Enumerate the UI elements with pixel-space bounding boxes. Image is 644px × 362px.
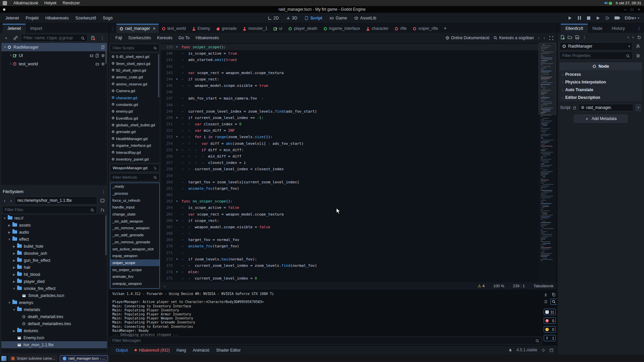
fs-item-gun-fire-effect[interactable]: ▶gun_fire_effect (1, 257, 107, 264)
fold-margin-icon[interactable]: ‹ (164, 284, 165, 289)
load-resource-icon[interactable] (568, 35, 572, 40)
volume-icon[interactable] (604, 1, 608, 6)
play-icon[interactable] (566, 15, 574, 21)
scene-filter-input[interactable]: Filter: name, t:type, g:group (21, 34, 88, 42)
code-line-254[interactable]: 254» » » var diff = abs(zoom_levels[i] -… (161, 140, 557, 147)
code-line-261[interactable]: 261» animate_fov(target_fov) (161, 185, 557, 192)
filesystem-path-input[interactable]: res://enemys/hor_mon_1.1.fbx (15, 196, 97, 204)
follow-focus-icon[interactable] (634, 42, 642, 50)
menubar-item[interactable]: Jelenet (2, 14, 22, 22)
inspector-dock-menu-button[interactable]: ⋮ (634, 26, 644, 33)
add-metadata-button[interactable]: ＋ Add Metadata (574, 115, 628, 123)
filter-methods-input[interactable]: Filter Methods (110, 173, 160, 181)
expand-icon[interactable]: ▶ (12, 252, 16, 255)
code-line-240[interactable]: 240» is_scope_active = true (161, 50, 557, 57)
code-line-256[interactable]: 256» » » » min_diff = diff (161, 153, 557, 160)
script-icon[interactable] (101, 45, 105, 50)
fold-arrow-icon[interactable]: ▼ (176, 258, 181, 261)
method-item-_on_add_weapon[interactable]: _on_add_weapon (110, 218, 159, 225)
toggle-split-mode-button[interactable] (98, 196, 106, 204)
method-item-change_state[interactable]: change_state (110, 211, 159, 218)
code-line-266[interactable]: 266▼» if scope_rect: (161, 218, 557, 224)
script-menu-hibakeresés[interactable]: Hibakeresés (193, 34, 222, 42)
script-item-inventory_panel.gd[interactable]: ⚙inventory_panel.gd (110, 156, 160, 163)
script-item-globals_shell_bullet.gd[interactable]: ⚙globals_shell_bullet.gd (110, 122, 160, 128)
collapse-icon[interactable]: ▼ (12, 308, 16, 311)
fold-arrow-icon[interactable]: ▼ (176, 219, 181, 222)
current-script-name[interactable]: WeaponManager.gd (110, 164, 160, 172)
history-icon[interactable] (637, 35, 641, 40)
bottom-tab-anim-ci-[interactable]: Animáció (190, 347, 213, 354)
system-menu-item[interactable]: Helyek (41, 1, 60, 5)
fs-item-Smok-particles.tscn[interactable]: Smok_particles.tscn (1, 292, 107, 299)
script-item-enemy.gd[interactable]: ⚙enemy.gd (110, 108, 160, 115)
film-icon[interactable] (95, 62, 99, 66)
scene-tab-character[interactable]: character (363, 24, 391, 33)
script-menu-go-to[interactable]: Go To (175, 34, 193, 42)
fs-item-metarials[interactable]: ▼metarials (1, 306, 107, 313)
scene-tab-ui[interactable]: ui (270, 24, 285, 33)
renderer-selector[interactable]: Előre+ ▾ (622, 15, 642, 21)
inspector-group-physics-interpolation[interactable]: ›Physics Interpolation (559, 78, 642, 86)
code-line-241[interactable]: 241» ads_started.emit(true) (161, 57, 557, 63)
pin-panel-icon[interactable] (541, 348, 545, 352)
stop-icon[interactable] (585, 15, 592, 21)
menubar-item[interactable]: Szerkesztő (72, 14, 100, 22)
code-line-248[interactable]: 248» (161, 102, 557, 108)
scene-tree-node-test_world[interactable]: └test_world (1, 60, 107, 68)
tab-import[interactable]: Import (25, 24, 47, 33)
code-line-242[interactable]: 242» (161, 63, 557, 70)
minimize-button[interactable]: – (624, 7, 626, 11)
script-item-InteractRay.gd[interactable]: ⚙InteractRay.gd (110, 149, 160, 156)
output-badge-msg[interactable]: !11 (544, 309, 556, 315)
workspace-2d[interactable]: 2D (265, 15, 282, 21)
method-item-animate_fov[interactable]: animate_fov (110, 273, 159, 280)
inspector-group-auto-translate[interactable]: ›Auto Translate (559, 86, 642, 94)
new-resource-icon[interactable] (560, 35, 565, 40)
fold-arrow-icon[interactable]: ▼ (176, 116, 181, 119)
taskbar-window-button[interactable]: raid_manager.tscn - ... (60, 355, 108, 361)
close-button[interactable]: × (638, 7, 640, 11)
fs-item-res---[interactable]: ▼res:// (1, 215, 107, 222)
filter-messages-input[interactable]: Filter Messages (110, 337, 542, 345)
workspace-assetlib[interactable]: AssetLib (352, 15, 379, 21)
output-badge-inf[interactable]: i1 (544, 335, 556, 341)
scene-tabs-handle[interactable]: ⋮ (110, 26, 116, 33)
system-menu-item[interactable]: Alkalmazások (10, 1, 41, 5)
code-line-270[interactable]: 270» animate_fov(target_fov) (161, 243, 557, 249)
search-output-icon[interactable] (550, 299, 557, 305)
tab-node[interactable]: Node (588, 24, 607, 33)
property-tune-icon[interactable] (634, 52, 642, 60)
scene-tab-raid_manager[interactable]: raid_manager✕ (116, 24, 159, 33)
inspector-group-editor-description[interactable]: ›Editor Description (559, 94, 642, 101)
code-line-244[interactable]: 244▼» if scope_rect: (161, 76, 557, 82)
method-item-_on_remove_weapon[interactable]: _on_remove_weapon (110, 225, 159, 232)
script-item-character.gd[interactable]: ⚙character.gd (110, 94, 160, 101)
code-line-274[interactable]: 274▼» else: (161, 269, 557, 275)
fold-arrow-icon[interactable]: ▼ (176, 46, 181, 49)
filesystem-filter-input[interactable]: Filter Files (2, 206, 97, 214)
menubar-item[interactable]: Projekt (22, 14, 42, 22)
copy-output-icon[interactable] (550, 292, 557, 298)
method-item-_ready[interactable]: _ready (110, 183, 159, 190)
scene-tab-sniper_rifle[interactable]: sniper_rifle (410, 24, 441, 33)
method-item-equip_weapon[interactable]: equip_weapon (110, 252, 159, 259)
scene-more-options-button[interactable]: ⋮ (98, 34, 106, 42)
fs-item-assets[interactable]: ▶assets (1, 222, 107, 229)
workspace-game[interactable]: Game (327, 15, 350, 21)
fs-item-death-metariall.tres[interactable]: death_metariall.tres (1, 313, 107, 320)
scene-tree-node-UI[interactable]: └UI (1, 51, 107, 60)
workspace-3d[interactable]: 3D (283, 15, 300, 21)
method-item-set_active_weapon_slot[interactable]: set_active_weapon_slot (110, 245, 159, 252)
expand-icon[interactable]: ▶ (12, 273, 16, 276)
script-menu-szerkesztés[interactable]: Szerkesztés (125, 34, 154, 42)
code-line-272[interactable]: 272▼» if zoom_levels.has(normal_fov): (161, 256, 557, 262)
forward-icon[interactable]: › (8, 198, 14, 203)
filter-scripts-input[interactable]: Filter Scripts (110, 44, 160, 52)
warnings-indicator[interactable]: ⚠ 4 (478, 284, 485, 288)
film-icon[interactable] (90, 53, 94, 58)
bottom-tab-shader-editor[interactable]: Shader Editor (213, 347, 244, 354)
fs-item-effect[interactable]: ▼effect (1, 236, 107, 243)
collapse-icon[interactable]: ▼ (12, 287, 16, 290)
script-item-5.45_shell_eject.gd[interactable]: ⚙5.45_shell_eject.gd (110, 53, 160, 60)
